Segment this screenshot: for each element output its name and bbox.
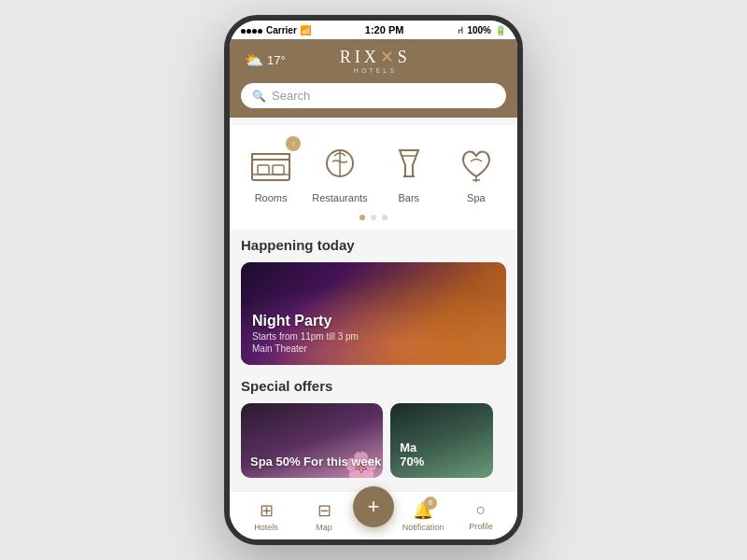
- notification-wrap: 🔔 6: [413, 500, 433, 521]
- hotels-icon: ⊞: [260, 500, 274, 521]
- profile-icon: ○: [476, 500, 486, 520]
- main-content: Happening today Night Party Starts from …: [230, 237, 517, 478]
- offer-card-ma[interactable]: Ma 70%: [390, 403, 493, 478]
- temperature: 17°: [267, 53, 286, 67]
- category-bars[interactable]: Bars: [383, 140, 435, 203]
- wifi-icon: 📶: [300, 25, 311, 35]
- svg-rect-1: [258, 165, 269, 175]
- event-time: Starts from 11pm till 3 pm: [252, 331, 359, 342]
- notification-badge: 6: [424, 497, 437, 510]
- fab-plus-icon: +: [368, 495, 380, 519]
- offers-row: 🌸 Spa 50% For this week Ma 70%: [241, 403, 506, 478]
- nav-notification[interactable]: 🔔 6 Notification: [394, 500, 452, 532]
- categories-section: ! Rooms Restaurants: [230, 125, 517, 230]
- nav-map[interactable]: ⊟ Map: [295, 500, 353, 532]
- logo-text: RIX✕S: [340, 47, 411, 67]
- restaurants-label: Restaurants: [312, 192, 367, 203]
- categories-grid: ! Rooms Restaurants: [237, 140, 510, 203]
- status-time: 1:20 PM: [365, 24, 404, 35]
- bluetooth-icon: ⑁: [458, 25, 463, 35]
- logo-subtitle: HOTELS: [340, 67, 411, 74]
- dot-2: [371, 215, 376, 220]
- ma-offer-text: Ma 70%: [400, 441, 424, 469]
- dot-1: [359, 215, 365, 220]
- status-left: Carrier 📶: [241, 25, 311, 35]
- special-offers-title: Special offers: [241, 378, 506, 394]
- category-restaurants[interactable]: Restaurants: [312, 140, 367, 203]
- fab-add-button[interactable]: +: [353, 486, 394, 527]
- event-info: Night Party Starts from 11pm till 3 pm M…: [252, 313, 359, 354]
- ma-subtitle: 70%: [400, 455, 424, 469]
- happening-today-title: Happening today: [241, 237, 506, 253]
- battery-label: 100%: [467, 25, 491, 35]
- battery-icon: 🔋: [495, 25, 506, 35]
- hotels-label: Hotels: [254, 523, 278, 532]
- restaurants-icon-wrap: [314, 140, 366, 187]
- spa-offer-text: Spa 50% For this week: [250, 455, 381, 469]
- search-icon: 🔍: [252, 90, 266, 103]
- bars-icon-wrap: [383, 140, 435, 187]
- map-icon: ⊟: [317, 500, 331, 521]
- logo-x: ✕: [380, 48, 398, 66]
- category-rooms[interactable]: ! Rooms: [245, 140, 297, 203]
- phone-frame: Carrier 📶 1:20 PM ⑁ 100% 🔋 ⛅ 17° RIX✕S H…: [224, 15, 523, 545]
- signal-dots: [241, 25, 263, 35]
- dot-indicators: [237, 215, 510, 220]
- nav-profile[interactable]: ○ Profile: [452, 500, 510, 531]
- carrier-label: Carrier: [266, 25, 297, 35]
- dot-3: [382, 215, 388, 220]
- weather-info: ⛅ 17°: [245, 51, 286, 69]
- event-title: Night Party: [252, 313, 359, 329]
- map-label: Map: [316, 523, 332, 532]
- ma-title: Ma: [400, 441, 416, 455]
- status-bar: Carrier 📶 1:20 PM ⑁ 100% 🔋: [230, 21, 517, 39]
- rooms-badge: !: [286, 136, 301, 151]
- notification-label: Notification: [402, 523, 444, 532]
- event-card-night-party[interactable]: Night Party Starts from 11pm till 3 pm M…: [241, 262, 506, 365]
- spa-icon-wrap: [450, 140, 502, 187]
- profile-label: Profile: [469, 522, 493, 531]
- bottom-nav: ⊞ Hotels ⊟ Map + 🔔 6 Notification ○ Prof…: [230, 491, 517, 539]
- status-right: ⑁ 100% 🔋: [458, 25, 506, 35]
- search-bar[interactable]: 🔍 Search: [241, 83, 506, 108]
- app-header: ⛅ 17° RIX✕S HOTELS: [230, 39, 517, 83]
- hotel-logo: RIX✕S HOTELS: [340, 47, 411, 74]
- bars-label: Bars: [398, 192, 419, 203]
- svg-rect-2: [273, 165, 284, 175]
- offer-card-spa[interactable]: 🌸 Spa 50% For this week: [241, 403, 383, 478]
- weather-icon: ⛅: [245, 51, 263, 69]
- nav-hotels[interactable]: ⊞ Hotels: [237, 500, 295, 532]
- spa-label: Spa: [467, 192, 486, 203]
- search-container: 🔍 Search: [230, 83, 517, 118]
- category-spa[interactable]: Spa: [450, 140, 502, 203]
- event-location: Main Theater: [252, 343, 359, 354]
- rooms-label: Rooms: [255, 192, 288, 203]
- rooms-icon-wrap: !: [245, 140, 297, 187]
- search-placeholder: Search: [272, 89, 310, 103]
